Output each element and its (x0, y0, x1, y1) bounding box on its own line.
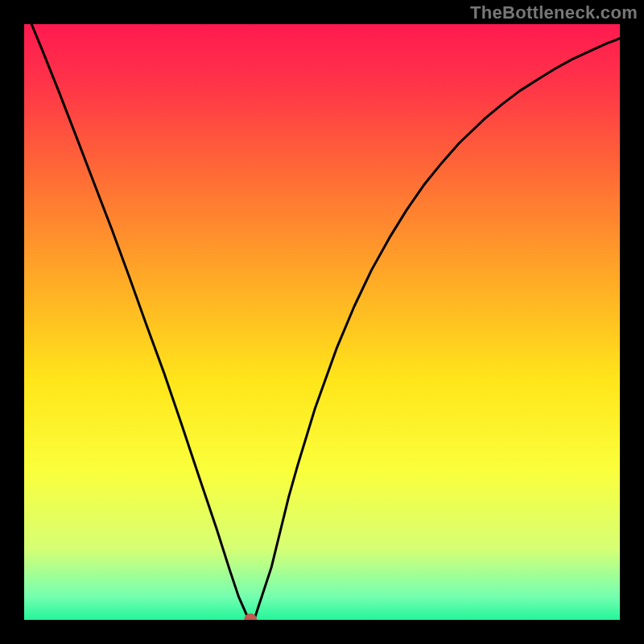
watermark-text: TheBottleneck.com (470, 2, 638, 23)
gradient-background (24, 24, 620, 620)
chart-svg (24, 24, 620, 620)
chart-frame: TheBottleneck.com (0, 0, 644, 644)
plot-area (24, 24, 620, 620)
